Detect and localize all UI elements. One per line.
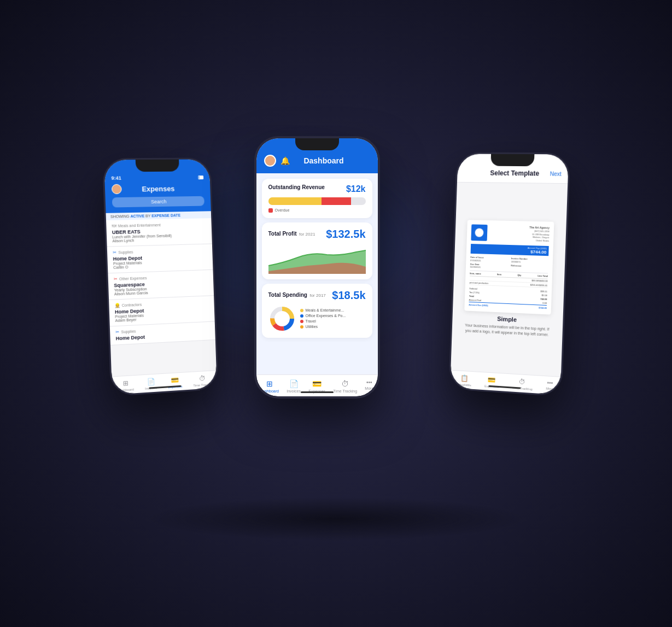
legend-meals: Meals & Entertainme... [300,308,366,312]
invoice-meta-right: Invoice Number 10000071 Reference [511,257,548,271]
profit-chart [268,244,366,274]
dash-content: Outstanding Revenue $12k Overdue [256,173,378,374]
invoice-logo [471,224,487,241]
revenue-label: Outstanding Revenue [268,184,325,190]
template-screen-wrapper: Select Template Next The [450,154,569,395]
profit-value: $132.5k [326,228,365,241]
legend-office: Office Expenses & Po... [300,314,366,318]
nav-dashboard-left[interactable]: ⊞ Dashboard [117,379,133,392]
overdue-dot [268,208,273,213]
expenses-title: Expenses [142,184,175,193]
expense-item-2: ✂ Other Expenses Squarespace Yearly Subs… [108,269,214,300]
invoice-table: Item, name Item Qty Line Total $90.50 5 … [469,270,547,288]
svg-point-5 [276,312,289,325]
phone-template: Select Template Next The [448,152,570,396]
expense-item-0: 🍽 Meals and Entertainment UBER EATS Lunc… [106,218,212,247]
legend-utilities: Utilities [300,325,366,329]
profit-year: for 2021 [299,232,315,237]
avatar-left [111,184,121,194]
spending-year: for 2017 [309,293,325,298]
nav-more-center[interactable]: ••• More [365,379,373,393]
avatar-center [264,155,276,167]
revenue-value: $12k [346,184,366,194]
revenue-yellow [268,197,322,205]
expense-item-3: 👷 Contractors Home Depot Project Materia… [109,296,215,326]
notch-left [135,159,179,172]
shadow-ellipse [145,497,528,541]
category-0: 🍽 Meals and Entertainment [112,221,206,228]
invoice-preview: The Art Agency (647) 545-1356 15 209 Bro… [464,220,554,314]
phone-expenses: 9:41 Expenses Search [102,157,218,396]
revenue-red [322,197,350,205]
expenses-screen: 9:41 Expenses Search [104,159,217,395]
scene: 9:41 Expenses Search [90,109,582,519]
revenue-card: Outstanding Revenue $12k Overdue [262,179,372,218]
invoice-amount-header: Amount Due (USD) $744.00 [470,244,548,256]
notch-right [490,154,534,166]
status-time-left: 9:41 [111,175,121,180]
template-description: Your business information will be in the… [456,322,558,338]
bell-icon[interactable]: 🔔 [281,156,290,165]
expense-item-1: ✂ Supplies Home Depot Project Materials … [107,244,213,273]
invoice-meta: Date of Issue 07/24/2021 Due Date 04/28/… [470,256,548,271]
invoice-top: The Art Agency (647) 545-1356 15 209 Bro… [471,224,550,243]
template-title: Select Template [490,169,539,177]
overdue-label: Overdue [268,208,366,213]
nav-dashboard-center[interactable]: ⊞ Dashboard [260,379,279,393]
profit-card: Total Profit for 2021 $132.5k [262,222,372,279]
notch-center [295,138,339,150]
spending-bottom: Meals & Entertainme... Office Expenses &… [268,305,366,332]
spending-card: Total Spending for 2017 $18.5k [262,284,372,338]
legend-travel: Travel [300,319,366,323]
next-button[interactable]: Next [550,171,561,177]
dash-nav: ⊞ Dashboard 📄 Invoices 💳 Expenses ⏱ Time… [256,374,378,396]
status-icons-left [198,175,203,179]
nav-time-center[interactable]: ⏱ Time Tracking [333,379,357,393]
donut-chart [268,305,296,332]
search-bar-left[interactable]: Search [112,196,204,207]
spending-value: $18.5k [332,289,365,302]
template-preview-area: The Art Agency (647) 545-1356 15 209 Bro… [451,182,568,376]
nav-templates-right[interactable]: 📋 Templates [457,374,471,386]
home-indicator-center [301,391,334,393]
spending-legend: Meals & Entertainme... Office Expenses &… [300,308,366,329]
profit-label: Total Profit [268,231,297,237]
invoice-totals: Subtotal$38.11 Tax (7.5%)$5.58 Total744.… [469,286,547,310]
invoice-meta-left: Date of Issue 07/24/2021 Due Date 04/28/… [470,256,506,269]
expense-list: 🍽 Meals and Entertainment UBER EATS Lunc… [106,218,217,377]
template-name-label: Simple [497,315,517,323]
nav-more-right[interactable]: ••• More [546,379,554,392]
nav-time-left[interactable]: ⏱ Time Track... [192,374,211,387]
revenue-bar [268,197,366,205]
spending-label: Total Spending [268,292,307,298]
dashboard-title: Dashboard [294,156,354,165]
phone-dashboard: 🔔 Dashboard Outstanding Revenue $12k [254,136,380,399]
dashboard-screen: 🔔 Dashboard Outstanding Revenue $12k [256,138,378,396]
nav-invoices-center[interactable]: 📄 Invoices [287,379,301,393]
invoice-company: The Art Agency (647) 545-1356 15 209 Bro… [529,226,550,243]
